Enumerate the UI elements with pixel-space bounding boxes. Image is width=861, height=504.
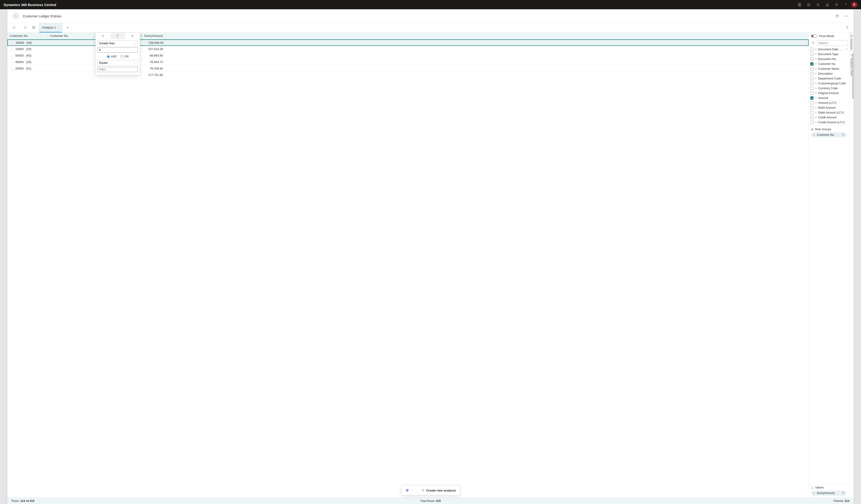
drag-handle-icon[interactable] (815, 58, 817, 59)
drag-handle-icon[interactable] (815, 122, 817, 123)
checkbox[interactable] (810, 48, 814, 51)
field-row[interactable]: Document Type (809, 52, 849, 56)
remove-chip-icon[interactable] (842, 133, 845, 137)
settings-icon[interactable] (833, 1, 840, 8)
back-button[interactable] (12, 12, 19, 20)
collapse-all-icon[interactable] (810, 41, 816, 45)
field-row[interactable]: Description (809, 71, 849, 76)
drag-handle-icon[interactable] (815, 97, 817, 98)
drag-handle-icon[interactable] (815, 102, 817, 103)
row-group-chip[interactable]: Customer No. (811, 132, 847, 137)
drag-handle-icon[interactable] (815, 78, 817, 79)
row-groups-section: Row Groups Customer No. (809, 126, 849, 484)
notification-icon[interactable] (823, 1, 831, 8)
checkbox[interactable] (810, 101, 814, 105)
analysis-tab[interactable]: Analysis 1 (39, 23, 62, 32)
checkbox[interactable] (810, 116, 814, 119)
filter-operator-2[interactable] (97, 60, 138, 66)
remove-chip-icon[interactable] (842, 491, 845, 495)
field-row[interactable]: Document Date Month (809, 47, 849, 52)
filter-tab-menu[interactable] (96, 33, 110, 39)
collapse-icon[interactable] (843, 13, 849, 19)
add-tab-button[interactable] (64, 23, 72, 32)
user-avatar[interactable]: K (851, 2, 857, 8)
copilot-dropdown[interactable] (10, 23, 21, 32)
scrollbar-thumb[interactable] (852, 53, 853, 99)
checkbox[interactable] (810, 106, 814, 109)
field-row[interactable]: Currency Code (809, 86, 849, 91)
field-row[interactable]: Customergroup Code (809, 81, 849, 86)
open-new-window-icon[interactable] (834, 13, 840, 19)
checkbox[interactable] (810, 77, 814, 80)
checkbox[interactable] (810, 72, 814, 75)
filter-value-1[interactable] (97, 47, 138, 53)
copilot-floating[interactable] (401, 486, 417, 495)
field-row[interactable]: Customer Name (809, 66, 849, 71)
checkbox[interactable] (810, 82, 814, 85)
drag-handle-icon[interactable] (815, 49, 817, 50)
copilot-icon[interactable] (805, 1, 812, 8)
values-chip[interactable]: Sum(Amount) (811, 491, 847, 496)
drag-handle-icon[interactable] (815, 63, 817, 65)
drag-handle-icon[interactable] (815, 73, 817, 74)
field-label: Amount (818, 96, 828, 100)
expand-icon[interactable] (11, 54, 13, 57)
field-row[interactable]: Amount (809, 95, 849, 100)
page-title: Customer Ledger Entries (23, 14, 62, 18)
expand-icon[interactable] (11, 67, 13, 70)
radio-and[interactable]: AND (107, 55, 117, 58)
field-search-input[interactable] (817, 40, 848, 46)
drag-handle-icon[interactable] (815, 83, 817, 84)
checkbox[interactable] (810, 87, 814, 90)
col-header-customer-no[interactable]: Customer No. (48, 32, 74, 39)
group-value: 50000 (15, 54, 24, 57)
checkbox[interactable] (810, 67, 814, 70)
field-row[interactable]: Credit Amount (LCY) (809, 120, 849, 125)
checkbox[interactable] (810, 121, 814, 124)
drag-handle-icon[interactable] (815, 107, 817, 108)
col-header-empty[interactable] (74, 32, 98, 39)
create-analysis-button[interactable]: Create new analysis (417, 486, 460, 495)
checkbox[interactable] (810, 92, 814, 95)
expand-icon[interactable] (11, 41, 13, 44)
field-row[interactable]: Debit Amount (LCY) (809, 110, 849, 115)
help-icon[interactable] (842, 1, 849, 8)
search-icon[interactable] (814, 1, 822, 8)
col-header-group[interactable]: Customer No. (8, 32, 48, 39)
pivot-toggle[interactable] (811, 34, 817, 38)
expand-icon[interactable] (11, 48, 13, 50)
checkbox[interactable] (810, 57, 814, 61)
group-count: (43) (26, 54, 31, 57)
document-icon[interactable] (796, 1, 803, 8)
drag-handle-icon[interactable] (815, 68, 817, 69)
drag-handle-icon[interactable] (815, 117, 817, 118)
radio-or[interactable]: OR (121, 55, 129, 58)
toolbar-search-icon[interactable] (21, 23, 30, 32)
field-row[interactable]: Original Amount (809, 91, 849, 95)
field-row[interactable]: Debit Amount (809, 105, 849, 110)
filter-tab-columns[interactable] (125, 33, 140, 39)
field-row[interactable]: Customer No. (809, 62, 849, 66)
checkbox[interactable] (810, 53, 814, 56)
filter-value-2[interactable] (97, 67, 138, 72)
checkbox[interactable] (810, 111, 814, 114)
drag-handle-icon[interactable] (815, 54, 817, 55)
drag-handle-icon[interactable] (815, 93, 817, 94)
filter-toggle-icon[interactable] (843, 23, 851, 32)
analysis-mode-icon[interactable] (30, 23, 38, 32)
filter-popup: AND OR (95, 32, 140, 75)
field-row[interactable]: Document No. (809, 56, 849, 62)
drag-handle-icon[interactable] (815, 87, 817, 89)
field-label: Amount (LCY) (818, 101, 836, 105)
global-header: Dynamics 365 Business Central K (0, 0, 861, 9)
field-row[interactable]: Department Code (809, 76, 849, 81)
field-row[interactable]: Amount (LCY) (809, 100, 849, 105)
drag-handle-icon[interactable] (815, 112, 817, 113)
filter-operator-1[interactable] (97, 41, 138, 46)
filter-tab-filter[interactable] (110, 33, 125, 39)
checkbox[interactable] (810, 62, 814, 66)
expand-icon[interactable] (11, 61, 13, 63)
checkbox[interactable] (810, 96, 814, 100)
side-tab-columns[interactable]: Columns (850, 32, 853, 52)
field-row[interactable]: Credit Amount (809, 115, 849, 120)
